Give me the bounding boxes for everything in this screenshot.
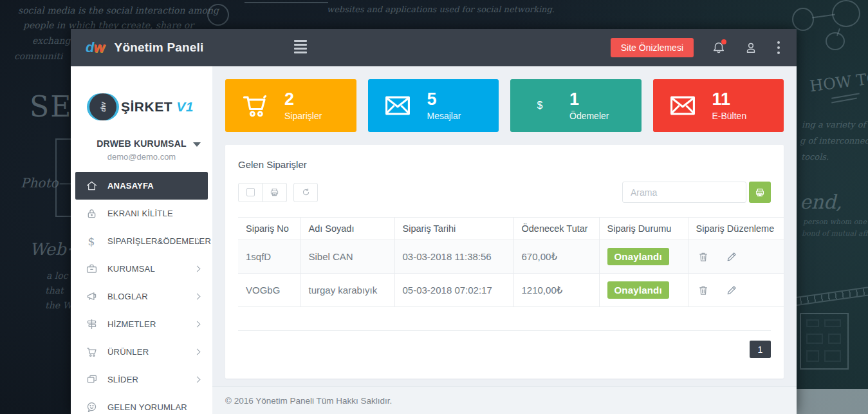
chevron-right-icon	[194, 294, 201, 300]
panel-title: Gelen Siparişler	[238, 159, 771, 170]
select-all-checkbox[interactable]	[238, 183, 263, 202]
dollar-icon: $	[510, 100, 569, 111]
refresh-button[interactable]	[293, 183, 318, 202]
chevron-down-icon[interactable]	[193, 142, 201, 147]
footer-overlay	[797, 389, 868, 414]
chalk-wireframe	[55, 138, 72, 217]
column-header-siparis-tarihi[interactable]: Sipariş Tarihi	[394, 218, 513, 240]
table-row: 1sqfD Sibel CAN 03-03-2018 11:38:56 670,…	[238, 240, 784, 274]
table-header-row: Sipariş No Adı Soyadı Sipariş Tarihi Öde…	[238, 218, 784, 240]
brand-logo[interactable]: dw	[86, 39, 104, 56]
account-email: demo@demo.com	[71, 152, 212, 162]
chalk-person-circle	[792, 8, 814, 31]
copyright-text: © 2016 Yönetim Paneli Tüm Hakkı Saklıdır…	[225, 396, 392, 406]
delete-icon[interactable]	[697, 285, 709, 296]
sidebar-item-hizmetler[interactable]: HİZMETLER	[71, 310, 212, 338]
chalk-text: bond of mutual affection,	[802, 229, 868, 238]
app-body: dw ŞİRKET V1 DRWEB KURUMSAL demo@demo.co…	[71, 66, 797, 414]
order-date: 05-03-2018 07:02:17	[394, 274, 513, 307]
table-row: VOGbG turgay karabıyık 05-03-2018 07:02:…	[238, 274, 784, 307]
cart-icon	[85, 346, 98, 359]
chalk-text: communiti	[14, 51, 62, 61]
column-header-siparis-no[interactable]: Sipariş No	[238, 218, 300, 240]
chalk-text: the W	[45, 300, 72, 310]
edit-icon[interactable]	[726, 251, 737, 263]
chalk-text: person whom one knows	[803, 218, 868, 226]
stat-label: Siparişler	[284, 111, 322, 121]
admin-app-window: dw Yönetim Paneli Site Önizlemesi	[71, 29, 797, 414]
row-actions	[696, 251, 777, 263]
home-icon	[85, 180, 98, 193]
chalk-wireframe-page	[800, 313, 849, 370]
sidebar: dw ŞİRKET V1 DRWEB KURUMSAL demo@demo.co…	[71, 66, 212, 414]
more-options-kebab-icon[interactable]	[777, 41, 780, 54]
sidebar-menu: ANASAYFA EKRANI KİLİTLE $ SİPARİŞLER&ÖDE…	[71, 172, 212, 414]
pagination: 1	[238, 341, 771, 358]
stat-label: Mesajlar	[427, 111, 461, 121]
printer-icon	[270, 187, 279, 197]
search-input[interactable]	[622, 182, 746, 203]
order-name: Sibel CAN	[300, 240, 394, 274]
account-selector[interactable]: DRWEB KURUMSAL demo@demo.com	[71, 138, 212, 172]
chalk-text: tocols.	[801, 152, 829, 162]
column-header-adi-soyadi[interactable]: Adı Soyadı	[300, 218, 394, 240]
comments-icon	[85, 401, 98, 414]
table-search	[622, 182, 771, 203]
pagination-page-1[interactable]: 1	[750, 341, 771, 358]
site-preview-button[interactable]: Site Önizlemesi	[611, 38, 694, 57]
chevron-right-icon	[194, 349, 201, 355]
stat-card-ebulten[interactable]: 11 E-Bülten	[653, 79, 784, 132]
user-profile-icon[interactable]	[744, 41, 758, 55]
print-button[interactable]	[263, 183, 287, 202]
sidebar-item-anasayfa[interactable]: ANASAYFA	[75, 172, 208, 200]
export-print-button[interactable]	[749, 182, 771, 203]
mail-icon	[368, 91, 427, 120]
notifications-bell-icon[interactable]	[712, 41, 726, 55]
edit-icon[interactable]	[726, 285, 737, 296]
order-no: VOGbG	[238, 274, 300, 307]
chevron-right-icon	[194, 266, 201, 272]
account-name: DRWEB KURUMSAL	[71, 138, 212, 149]
sidebar-item-siparisler-odemeler[interactable]: $ SİPARİŞLER&ÖDEMELER	[71, 227, 212, 255]
column-header-odenecek-tutar[interactable]: Ödenecek Tutar	[513, 218, 599, 240]
order-amount: 670,00₺	[513, 240, 599, 274]
chalk-text: exchange	[32, 35, 76, 46]
table-toolbar	[238, 182, 771, 203]
chalk-person-circle	[826, 32, 845, 50]
top-header: dw Yönetim Paneli Site Önizlemesi	[71, 29, 797, 66]
chalk-underline	[831, 98, 857, 104]
sidebar-item-gelen-yorumlar[interactable]: GELEN YORUMLAR	[71, 393, 212, 414]
chalk-text: websites and applications used for socia…	[327, 5, 555, 14]
chalk-text: g of interconnected	[800, 136, 868, 146]
status-badge: Onaylandı	[607, 281, 669, 299]
delete-icon[interactable]	[697, 251, 709, 263]
order-name: turgay karabıyık	[300, 274, 394, 307]
lock-icon	[85, 207, 98, 220]
chalk-text: that	[45, 285, 64, 296]
stat-card-siparisler[interactable]: 2 Siparişler	[225, 79, 356, 132]
mail-icon	[653, 91, 712, 120]
sidebar-item-ekrani-kilitle[interactable]: EKRANI KİLİTLE	[71, 200, 212, 227]
stat-label: E-Bülten	[712, 111, 747, 121]
chevron-right-icon	[194, 321, 201, 328]
chalk-filmstrip	[793, 285, 868, 306]
hamburger-menu-icon[interactable]	[294, 40, 307, 55]
stat-card-odemeler[interactable]: $ 1 Ödemeler	[510, 79, 642, 132]
sidebar-item-kurumsal[interactable]: KURUMSAL	[71, 255, 212, 283]
stat-cards: 2 Siparişler 5 Mesajlar $ 1	[225, 79, 784, 132]
sidebar-item-bloglar[interactable]: BLOGLAR	[71, 283, 212, 310]
chevron-right-icon	[194, 377, 201, 383]
column-header-siparis-duzenleme[interactable]: Sipariş Düzenleme	[688, 218, 784, 240]
chalk-text: end,	[800, 191, 842, 213]
notification-badge-dot	[721, 39, 726, 44]
sidebar-item-urunler[interactable]: ÜRÜNLER	[71, 338, 212, 366]
stat-value: 1	[569, 90, 609, 109]
status-badge: Onaylandı	[607, 248, 669, 265]
column-header-siparis-durumu[interactable]: Sipariş Durumu	[599, 218, 688, 240]
stat-card-mesajlar[interactable]: 5 Mesajlar	[368, 79, 499, 132]
orders-table: Sipariş No Adı Soyadı Sipariş Tarihi Öde…	[238, 217, 784, 307]
page-title: Yönetim Paneli	[115, 41, 204, 55]
sidebar-item-slider[interactable]: SLİDER	[71, 366, 212, 393]
footer: © 2016 Yönetim Paneli Tüm Hakkı Saklıdır…	[212, 386, 797, 414]
dollar-icon: $	[85, 235, 98, 248]
